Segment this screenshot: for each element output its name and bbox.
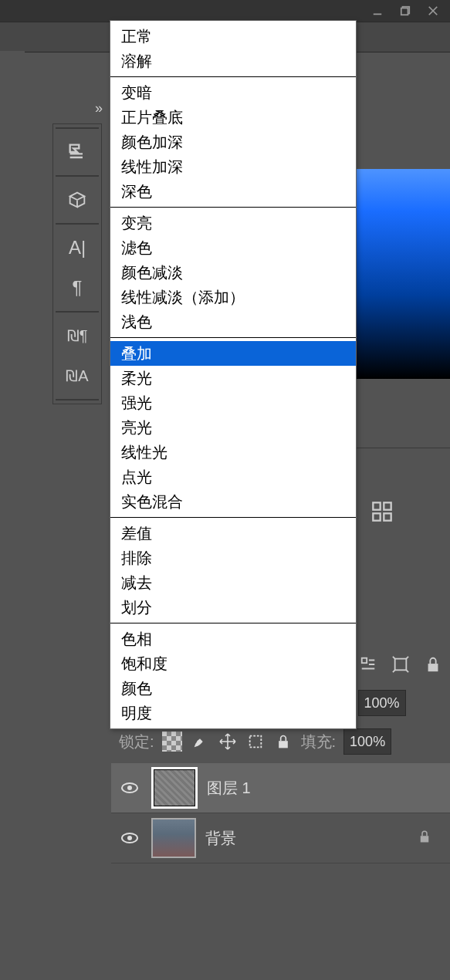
blend-mode-option[interactable]: 线性光 bbox=[110, 440, 356, 465]
layer-row[interactable]: 背景 bbox=[111, 813, 450, 863]
blend-mode-option[interactable]: 深色 bbox=[110, 179, 356, 204]
lock-all-icon[interactable] bbox=[273, 732, 293, 752]
blend-mode-option[interactable]: 柔光 bbox=[110, 366, 356, 390]
lock-move-icon[interactable] bbox=[218, 732, 238, 752]
fill-label: 填充: bbox=[301, 732, 337, 752]
svg-rect-9 bbox=[428, 664, 438, 671]
blend-mode-option[interactable]: 强光 bbox=[110, 390, 356, 415]
vertical-toolbar: A| ¶ ₪¶ ₪A bbox=[52, 123, 102, 404]
svg-rect-16 bbox=[421, 836, 429, 842]
blend-mode-option[interactable]: 差值 bbox=[110, 521, 356, 546]
layer-row[interactable]: 图层 1 bbox=[111, 763, 450, 813]
svg-rect-7 bbox=[362, 658, 367, 663]
layer-name[interactable]: 图层 1 bbox=[207, 778, 444, 799]
svg-rect-10 bbox=[249, 736, 261, 748]
svg-point-15 bbox=[127, 836, 132, 840]
lock-transparent-icon[interactable] bbox=[162, 732, 182, 752]
crop-icon[interactable] bbox=[390, 654, 411, 675]
cube-icon[interactable] bbox=[56, 180, 99, 220]
blend-mode-option[interactable]: 浅色 bbox=[110, 309, 356, 334]
visibility-toggle[interactable] bbox=[117, 776, 142, 800]
blend-mode-option[interactable]: 实色混合 bbox=[110, 489, 356, 514]
blend-mode-option[interactable]: 饱和度 bbox=[110, 651, 356, 676]
visibility-toggle[interactable] bbox=[117, 826, 142, 850]
blend-mode-option[interactable]: 线性减淡（添加） bbox=[110, 285, 356, 309]
blend-mode-option[interactable]: 滤色 bbox=[110, 235, 356, 260]
blend-mode-option[interactable]: 划分 bbox=[110, 595, 356, 620]
blend-mode-option[interactable]: 减去 bbox=[110, 570, 356, 595]
filter-icon[interactable] bbox=[357, 654, 379, 675]
layer-thumbnail[interactable] bbox=[151, 818, 196, 858]
svg-point-13 bbox=[127, 786, 132, 790]
char-style-icon[interactable]: ₪¶ bbox=[56, 316, 99, 356]
lock-icon[interactable] bbox=[422, 654, 444, 675]
blend-mode-option[interactable]: 颜色 bbox=[110, 676, 356, 701]
minimize-button[interactable] bbox=[364, 0, 391, 22]
blend-mode-option[interactable]: 溶解 bbox=[110, 49, 356, 73]
blend-mode-option[interactable]: 叠加 bbox=[110, 341, 356, 366]
history-icon[interactable] bbox=[56, 132, 99, 172]
lock-paint-icon[interactable] bbox=[190, 732, 210, 752]
svg-rect-4 bbox=[384, 502, 391, 509]
layer-name[interactable]: 背景 bbox=[205, 828, 408, 849]
blend-mode-option[interactable]: 亮光 bbox=[110, 415, 356, 440]
svg-rect-11 bbox=[279, 741, 288, 748]
blend-mode-option[interactable]: 变亮 bbox=[110, 211, 356, 235]
svg-rect-2 bbox=[401, 8, 408, 15]
lock-icons-group bbox=[162, 732, 293, 752]
svg-rect-0 bbox=[374, 14, 382, 15]
paragraph-icon[interactable]: ¶ bbox=[56, 268, 99, 308]
layer-thumbnail[interactable] bbox=[151, 767, 198, 809]
svg-rect-3 bbox=[373, 502, 380, 509]
grid-icon[interactable] bbox=[371, 501, 393, 522]
blend-mode-option[interactable]: 颜色减淡 bbox=[110, 260, 356, 285]
blend-mode-menu[interactable]: 正常溶解变暗正片叠底颜色加深线性加深深色变亮滤色颜色减淡线性减淡（添加）浅色叠加… bbox=[110, 20, 357, 729]
svg-rect-8 bbox=[395, 659, 407, 671]
opacity-value[interactable]: 100% bbox=[358, 690, 406, 716]
layers-list: 图层 1 背景 bbox=[111, 763, 450, 863]
blend-mode-option[interactable]: 颜色加深 bbox=[110, 130, 356, 154]
blend-mode-option[interactable]: 正片叠底 bbox=[110, 105, 356, 130]
color-field[interactable] bbox=[343, 168, 450, 380]
svg-rect-6 bbox=[384, 513, 391, 520]
lock-artboard-icon[interactable] bbox=[245, 732, 266, 752]
title-bar bbox=[0, 0, 450, 22]
blend-mode-option[interactable]: 线性加深 bbox=[110, 154, 356, 179]
blend-mode-option[interactable]: 点光 bbox=[110, 465, 356, 489]
lock-label: 锁定: bbox=[119, 732, 154, 752]
fill-value[interactable]: 100% bbox=[343, 728, 391, 755]
character-icon[interactable]: A| bbox=[56, 228, 99, 268]
blend-mode-option[interactable]: 色相 bbox=[110, 627, 356, 651]
layer-panel-icons bbox=[357, 654, 444, 675]
blend-mode-option[interactable]: 变暗 bbox=[110, 80, 356, 105]
svg-rect-5 bbox=[373, 513, 380, 520]
collapse-icon[interactable]: » bbox=[31, 100, 107, 119]
left-strip bbox=[0, 51, 25, 980]
paragraph-style-icon[interactable]: ₪A bbox=[56, 356, 99, 396]
close-button[interactable] bbox=[419, 0, 447, 22]
blend-mode-option[interactable]: 排除 bbox=[110, 546, 356, 570]
blend-mode-option[interactable]: 正常 bbox=[110, 24, 356, 49]
blend-mode-option[interactable]: 明度 bbox=[110, 701, 356, 725]
layer-lock-icon bbox=[418, 830, 436, 847]
restore-button[interactable] bbox=[391, 0, 419, 22]
